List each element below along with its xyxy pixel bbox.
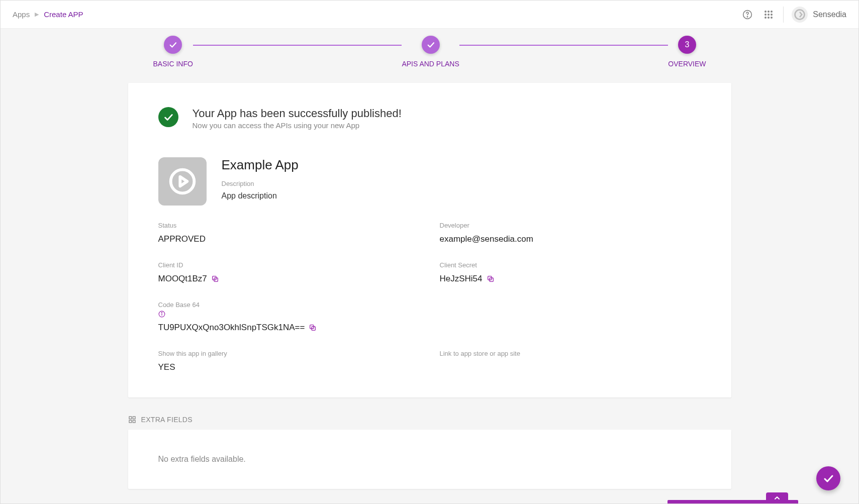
success-title: Your App has been successfully published… (193, 107, 402, 120)
expand-up-button[interactable] (766, 492, 788, 503)
check-icon (422, 36, 440, 54)
svg-point-3 (768, 11, 770, 13)
app-description: App description (222, 191, 299, 200)
breadcrumb-current: Create APP (44, 10, 83, 19)
app-logo-icon (158, 157, 207, 206)
app-description-label: Description (222, 180, 299, 187)
field-label: Status (158, 222, 420, 229)
field-value: MOOQt1Bz7 (158, 274, 207, 284)
svg-point-2 (765, 11, 767, 13)
extra-fields-card: No extra fields available. (128, 430, 731, 489)
field-show-in-gallery: Show this app in gallery YES (158, 350, 420, 372)
field-value: HeJzSHi54 (440, 274, 483, 284)
step-connector (193, 45, 402, 46)
user-menu[interactable]: Sensedia (792, 7, 846, 23)
svg-point-7 (771, 14, 773, 16)
step-connector (459, 45, 669, 46)
svg-point-12 (170, 170, 194, 193)
app-name: Example App (222, 157, 299, 173)
overview-card: Your App has been successfully published… (128, 83, 731, 397)
check-icon (164, 36, 182, 54)
chevron-right-icon: ▶ (35, 11, 39, 18)
field-client-id: Client ID MOOQt1Bz7 (158, 261, 420, 284)
svg-point-4 (771, 11, 773, 13)
success-subtitle: Now you can access the APIs using your n… (193, 121, 402, 130)
step-label: APIS AND PLANS (402, 60, 459, 68)
section-title: EXTRA FIELDS (141, 416, 193, 424)
svg-rect-25 (129, 420, 132, 423)
copy-icon[interactable] (211, 275, 219, 283)
copy-icon[interactable] (487, 275, 495, 283)
field-label: Developer (440, 222, 701, 229)
step-apis-plans[interactable]: APIS AND PLANS (402, 36, 459, 68)
field-label: Client Secret (440, 261, 701, 269)
divider (783, 7, 784, 23)
svg-point-6 (768, 14, 770, 16)
svg-point-9 (768, 17, 770, 19)
svg-point-20 (161, 313, 162, 313)
field-client-secret: Client Secret HeJzSHi54 (440, 261, 701, 284)
step-overview[interactable]: 3 OVERVIEW (668, 36, 706, 68)
breadcrumb-root[interactable]: Apps (13, 10, 30, 19)
field-link-store: Link to app store or app site (440, 350, 701, 372)
field-status: Status APPROVED (158, 222, 420, 244)
help-icon[interactable] (741, 8, 754, 21)
copy-icon[interactable] (309, 324, 317, 332)
extra-fields-empty: No extra fields available. (158, 455, 246, 463)
apps-grid-icon[interactable] (762, 8, 775, 21)
field-value: example@sensedia.com (440, 234, 701, 244)
field-code-base64: Code Base 64 TU9PUXQxQno3OkhlSnpTSGk1NA=… (158, 301, 420, 333)
step-label: OVERVIEW (668, 60, 706, 68)
field-label: Code Base 64 (158, 301, 200, 309)
info-icon[interactable] (158, 311, 165, 319)
field-label: Show this app in gallery (158, 350, 420, 357)
svg-point-1 (747, 16, 748, 17)
field-value: APPROVED (158, 234, 420, 244)
field-value: TU9PUXQxQno3OkhlSnpTSGk1NA== (158, 323, 305, 333)
field-label: Link to app store or app site (440, 350, 701, 357)
svg-point-11 (795, 10, 805, 19)
svg-marker-13 (180, 177, 187, 186)
stepper: BASIC INFO APIS AND PLANS 3 OVERVIEW (78, 36, 782, 68)
extra-fields-header: EXTRA FIELDS (128, 416, 731, 424)
breadcrumb: Apps ▶ Create APP (13, 10, 83, 19)
success-check-icon (158, 107, 178, 127)
step-label: BASIC INFO (153, 60, 193, 68)
avatar (792, 7, 808, 23)
svg-rect-24 (133, 417, 135, 419)
svg-point-10 (771, 17, 773, 19)
step-basic-info[interactable]: BASIC INFO (153, 36, 193, 68)
step-number: 3 (678, 36, 696, 54)
svg-point-8 (765, 17, 767, 19)
svg-rect-23 (129, 417, 132, 419)
svg-point-5 (765, 14, 767, 16)
confirm-fab-button[interactable] (816, 466, 840, 490)
svg-rect-26 (133, 420, 135, 423)
field-developer: Developer example@sensedia.com (440, 222, 701, 244)
field-value: YES (158, 362, 420, 372)
field-label: Client ID (158, 261, 420, 269)
username: Sensedia (813, 10, 846, 19)
grid-icon (128, 416, 136, 424)
